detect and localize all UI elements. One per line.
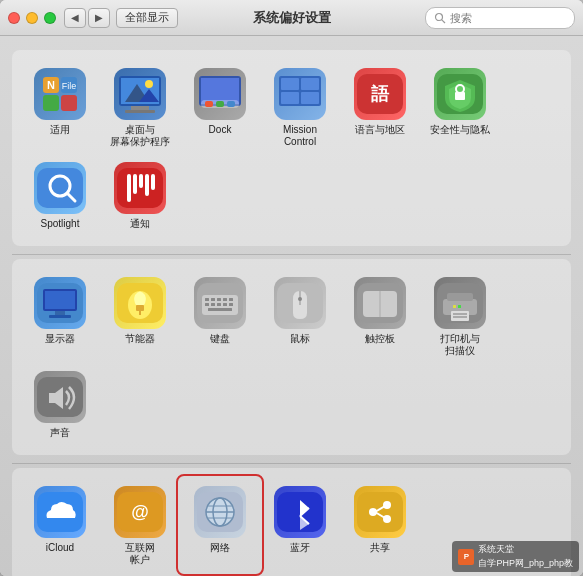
svg-rect-75 bbox=[458, 305, 461, 308]
svg-rect-53 bbox=[217, 298, 221, 301]
pref-trackpad[interactable]: 触控板 bbox=[340, 269, 420, 363]
hardware-grid: 显示器 节能器 bbox=[20, 269, 563, 445]
keyboard-icon bbox=[194, 277, 246, 329]
dock-icon bbox=[194, 68, 246, 120]
svg-rect-24 bbox=[281, 92, 299, 104]
pref-security[interactable]: 安全性与隐私 bbox=[420, 60, 500, 154]
network-label: 网络 bbox=[210, 542, 230, 554]
svg-rect-11 bbox=[125, 110, 155, 113]
sharing-label: 共享 bbox=[370, 542, 390, 554]
pref-mouse[interactable]: 鼠标 bbox=[260, 269, 340, 363]
forward-button[interactable]: ▶ bbox=[88, 8, 110, 28]
bluetooth-icon bbox=[274, 486, 326, 538]
watermark-text1: 系统天堂 bbox=[478, 543, 573, 556]
sound-label: 声音 bbox=[50, 427, 70, 439]
bluetooth-label: 蓝牙 bbox=[290, 542, 310, 554]
display-icon bbox=[34, 277, 86, 329]
svg-rect-60 bbox=[229, 303, 233, 306]
sound-icon bbox=[34, 371, 86, 423]
pref-spotlight[interactable]: Spotlight bbox=[20, 154, 100, 236]
divider-1 bbox=[12, 254, 571, 255]
pref-dock[interactable]: Dock bbox=[180, 60, 260, 154]
pref-icloud[interactable]: iCloud bbox=[20, 478, 100, 572]
nav-buttons: ◀ ▶ bbox=[64, 8, 110, 28]
close-button[interactable] bbox=[8, 12, 20, 24]
titlebar: ◀ ▶ 全部显示 系统偏好设置 bbox=[0, 0, 583, 36]
svg-rect-19 bbox=[216, 101, 224, 107]
pref-notify[interactable]: 通知 bbox=[100, 154, 180, 236]
security-label: 安全性与隐私 bbox=[430, 124, 490, 136]
svg-rect-20 bbox=[227, 101, 235, 107]
notify-icon bbox=[114, 162, 166, 214]
spotlight-label: Spotlight bbox=[41, 218, 80, 230]
svg-rect-73 bbox=[453, 316, 467, 318]
window-title: 系统偏好设置 bbox=[253, 9, 331, 27]
print-label: 打印机与扫描仪 bbox=[440, 333, 480, 357]
pref-internet[interactable]: @ 互联网帐户 bbox=[100, 478, 180, 572]
mission-label: MissionControl bbox=[283, 124, 317, 148]
main-window: ◀ ▶ 全部显示 系统偏好设置 N bbox=[0, 0, 583, 576]
svg-rect-35 bbox=[127, 174, 131, 202]
mouse-icon bbox=[274, 277, 326, 329]
language-icon: 語 bbox=[354, 68, 406, 120]
security-icon bbox=[434, 68, 486, 120]
icloud-icon bbox=[34, 486, 86, 538]
personal-grid: N File 适用 bbox=[20, 60, 563, 236]
pref-sharing[interactable]: 共享 bbox=[340, 478, 420, 572]
svg-rect-44 bbox=[49, 315, 71, 318]
back-button[interactable]: ◀ bbox=[64, 8, 86, 28]
svg-rect-42 bbox=[45, 291, 75, 309]
pref-language[interactable]: 語 语言与地区 bbox=[340, 60, 420, 154]
internet-icon: @ bbox=[114, 486, 166, 538]
language-label: 语言与地区 bbox=[355, 124, 405, 136]
svg-rect-39 bbox=[151, 174, 155, 190]
mouse-label: 鼠标 bbox=[290, 333, 310, 345]
network-icon bbox=[194, 486, 246, 538]
svg-rect-23 bbox=[301, 78, 319, 90]
pref-energy[interactable]: 节能器 bbox=[100, 269, 180, 363]
print-icon bbox=[434, 277, 486, 329]
pref-network[interactable]: 网络 bbox=[180, 478, 260, 572]
svg-rect-6 bbox=[43, 95, 59, 111]
pref-sound[interactable]: 声音 bbox=[20, 363, 100, 445]
pref-mission[interactable]: MissionControl bbox=[260, 60, 340, 154]
pref-apps[interactable]: N File 适用 bbox=[20, 60, 100, 154]
section-hardware: 显示器 节能器 bbox=[12, 259, 571, 455]
watermark-text2: 自学PHP网_php_php教 bbox=[478, 557, 573, 570]
svg-rect-51 bbox=[205, 298, 209, 301]
mission-icon bbox=[274, 68, 326, 120]
svg-rect-88 bbox=[357, 492, 403, 532]
maximize-button[interactable] bbox=[44, 12, 56, 24]
watermark-logo: P bbox=[458, 549, 474, 565]
svg-rect-37 bbox=[139, 174, 143, 188]
notify-label: 通知 bbox=[130, 218, 150, 230]
desktop-icon bbox=[114, 68, 166, 120]
pref-print[interactable]: 打印机与扫描仪 bbox=[420, 269, 500, 363]
pref-desktop[interactable]: 桌面与屏幕保护程序 bbox=[100, 60, 180, 154]
pref-keyboard[interactable]: 键盘 bbox=[180, 269, 260, 363]
svg-rect-59 bbox=[223, 303, 227, 306]
svg-text:N: N bbox=[47, 79, 55, 91]
svg-point-14 bbox=[145, 80, 153, 88]
svg-point-90 bbox=[383, 501, 391, 509]
search-box[interactable] bbox=[425, 7, 575, 29]
svg-rect-57 bbox=[211, 303, 215, 306]
minimize-button[interactable] bbox=[26, 12, 38, 24]
svg-rect-7 bbox=[61, 95, 77, 111]
svg-rect-43 bbox=[55, 311, 65, 315]
pref-display[interactable]: 显示器 bbox=[20, 269, 100, 363]
spotlight-icon bbox=[34, 162, 86, 214]
svg-line-1 bbox=[442, 19, 445, 22]
svg-rect-72 bbox=[453, 313, 467, 315]
watermark: P 系统天堂 自学PHP网_php_php教 bbox=[452, 541, 579, 572]
trackpad-label: 触控板 bbox=[365, 333, 395, 345]
icloud-label: iCloud bbox=[46, 542, 74, 554]
svg-rect-52 bbox=[211, 298, 215, 301]
svg-rect-56 bbox=[205, 303, 209, 306]
show-all-button[interactable]: 全部显示 bbox=[116, 8, 178, 28]
svg-rect-38 bbox=[145, 174, 149, 196]
svg-point-64 bbox=[298, 297, 302, 301]
pref-bluetooth[interactable]: 蓝牙 bbox=[260, 478, 340, 572]
search-input[interactable] bbox=[450, 12, 566, 24]
svg-rect-18 bbox=[205, 101, 213, 107]
